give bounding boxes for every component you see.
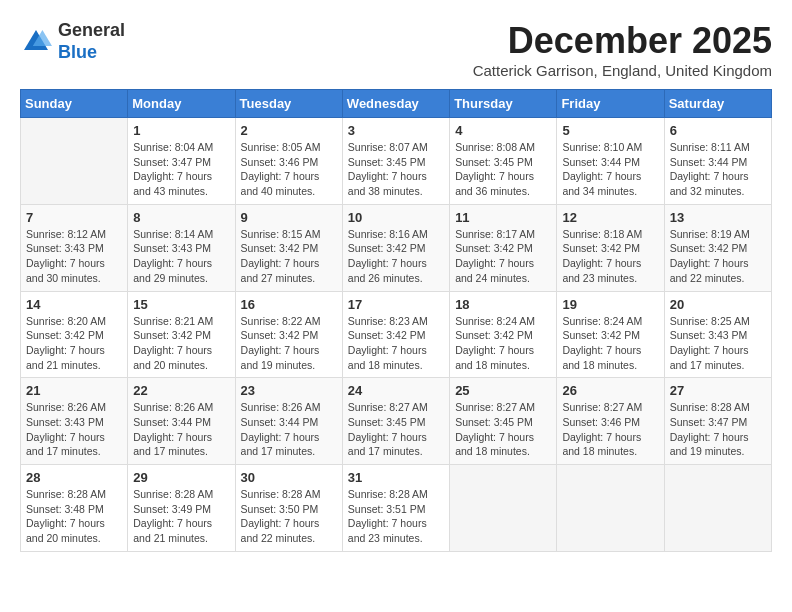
day-info: Sunrise: 8:22 AMSunset: 3:42 PMDaylight:… [241,314,337,373]
day-info: Sunrise: 8:27 AMSunset: 3:46 PMDaylight:… [562,400,658,459]
day-number: 29 [133,470,229,485]
day-info: Sunrise: 8:10 AMSunset: 3:44 PMDaylight:… [562,140,658,199]
day-number: 1 [133,123,229,138]
day-number: 21 [26,383,122,398]
day-number: 12 [562,210,658,225]
calendar-cell: 28Sunrise: 8:28 AMSunset: 3:48 PMDayligh… [21,465,128,552]
day-info: Sunrise: 8:28 AMSunset: 3:47 PMDaylight:… [670,400,766,459]
calendar-cell: 23Sunrise: 8:26 AMSunset: 3:44 PMDayligh… [235,378,342,465]
day-number: 27 [670,383,766,398]
calendar-cell: 10Sunrise: 8:16 AMSunset: 3:42 PMDayligh… [342,204,449,291]
calendar-header-row: SundayMondayTuesdayWednesdayThursdayFrid… [21,90,772,118]
day-number: 11 [455,210,551,225]
day-number: 30 [241,470,337,485]
day-info: Sunrise: 8:26 AMSunset: 3:44 PMDaylight:… [133,400,229,459]
calendar-cell: 7Sunrise: 8:12 AMSunset: 3:43 PMDaylight… [21,204,128,291]
weekday-header: Monday [128,90,235,118]
day-info: Sunrise: 8:24 AMSunset: 3:42 PMDaylight:… [455,314,551,373]
calendar-week-row: 7Sunrise: 8:12 AMSunset: 3:43 PMDaylight… [21,204,772,291]
calendar-cell [664,465,771,552]
day-info: Sunrise: 8:04 AMSunset: 3:47 PMDaylight:… [133,140,229,199]
title-block: December 2025 Catterick Garrison, Englan… [473,20,772,79]
calendar-cell: 22Sunrise: 8:26 AMSunset: 3:44 PMDayligh… [128,378,235,465]
day-number: 19 [562,297,658,312]
day-info: Sunrise: 8:25 AMSunset: 3:43 PMDaylight:… [670,314,766,373]
calendar-cell [450,465,557,552]
day-info: Sunrise: 8:28 AMSunset: 3:51 PMDaylight:… [348,487,444,546]
calendar-cell: 17Sunrise: 8:23 AMSunset: 3:42 PMDayligh… [342,291,449,378]
calendar-cell: 31Sunrise: 8:28 AMSunset: 3:51 PMDayligh… [342,465,449,552]
logo-blue: Blue [58,42,97,62]
day-info: Sunrise: 8:14 AMSunset: 3:43 PMDaylight:… [133,227,229,286]
day-info: Sunrise: 8:24 AMSunset: 3:42 PMDaylight:… [562,314,658,373]
day-number: 8 [133,210,229,225]
calendar-week-row: 21Sunrise: 8:26 AMSunset: 3:43 PMDayligh… [21,378,772,465]
weekday-header: Friday [557,90,664,118]
calendar-cell: 19Sunrise: 8:24 AMSunset: 3:42 PMDayligh… [557,291,664,378]
day-info: Sunrise: 8:16 AMSunset: 3:42 PMDaylight:… [348,227,444,286]
calendar-cell [557,465,664,552]
day-number: 25 [455,383,551,398]
location-subtitle: Catterick Garrison, England, United King… [473,62,772,79]
calendar-cell: 26Sunrise: 8:27 AMSunset: 3:46 PMDayligh… [557,378,664,465]
calendar-week-row: 1Sunrise: 8:04 AMSunset: 3:47 PMDaylight… [21,118,772,205]
weekday-header: Sunday [21,90,128,118]
month-title: December 2025 [473,20,772,62]
day-info: Sunrise: 8:05 AMSunset: 3:46 PMDaylight:… [241,140,337,199]
calendar-cell: 27Sunrise: 8:28 AMSunset: 3:47 PMDayligh… [664,378,771,465]
calendar-cell: 30Sunrise: 8:28 AMSunset: 3:50 PMDayligh… [235,465,342,552]
day-number: 10 [348,210,444,225]
day-number: 9 [241,210,337,225]
calendar-cell: 16Sunrise: 8:22 AMSunset: 3:42 PMDayligh… [235,291,342,378]
day-number: 17 [348,297,444,312]
day-number: 13 [670,210,766,225]
day-info: Sunrise: 8:17 AMSunset: 3:42 PMDaylight:… [455,227,551,286]
day-info: Sunrise: 8:07 AMSunset: 3:45 PMDaylight:… [348,140,444,199]
calendar-cell: 18Sunrise: 8:24 AMSunset: 3:42 PMDayligh… [450,291,557,378]
calendar-cell: 8Sunrise: 8:14 AMSunset: 3:43 PMDaylight… [128,204,235,291]
day-info: Sunrise: 8:27 AMSunset: 3:45 PMDaylight:… [348,400,444,459]
day-number: 24 [348,383,444,398]
calendar-cell: 12Sunrise: 8:18 AMSunset: 3:42 PMDayligh… [557,204,664,291]
day-number: 4 [455,123,551,138]
day-number: 20 [670,297,766,312]
weekday-header: Tuesday [235,90,342,118]
calendar-week-row: 14Sunrise: 8:20 AMSunset: 3:42 PMDayligh… [21,291,772,378]
calendar-cell: 14Sunrise: 8:20 AMSunset: 3:42 PMDayligh… [21,291,128,378]
calendar-table: SundayMondayTuesdayWednesdayThursdayFrid… [20,89,772,552]
calendar-cell: 20Sunrise: 8:25 AMSunset: 3:43 PMDayligh… [664,291,771,378]
calendar-cell: 29Sunrise: 8:28 AMSunset: 3:49 PMDayligh… [128,465,235,552]
day-number: 2 [241,123,337,138]
day-number: 3 [348,123,444,138]
day-number: 5 [562,123,658,138]
day-number: 28 [26,470,122,485]
day-info: Sunrise: 8:28 AMSunset: 3:49 PMDaylight:… [133,487,229,546]
calendar-week-row: 28Sunrise: 8:28 AMSunset: 3:48 PMDayligh… [21,465,772,552]
logo: General Blue [20,20,125,63]
calendar-cell: 24Sunrise: 8:27 AMSunset: 3:45 PMDayligh… [342,378,449,465]
calendar-cell: 4Sunrise: 8:08 AMSunset: 3:45 PMDaylight… [450,118,557,205]
calendar-cell: 9Sunrise: 8:15 AMSunset: 3:42 PMDaylight… [235,204,342,291]
calendar-cell: 11Sunrise: 8:17 AMSunset: 3:42 PMDayligh… [450,204,557,291]
logo-general: General [58,20,125,40]
day-info: Sunrise: 8:15 AMSunset: 3:42 PMDaylight:… [241,227,337,286]
calendar-cell: 3Sunrise: 8:07 AMSunset: 3:45 PMDaylight… [342,118,449,205]
day-number: 18 [455,297,551,312]
day-number: 7 [26,210,122,225]
day-info: Sunrise: 8:23 AMSunset: 3:42 PMDaylight:… [348,314,444,373]
page-header: General Blue December 2025 Catterick Gar… [20,20,772,79]
day-info: Sunrise: 8:26 AMSunset: 3:43 PMDaylight:… [26,400,122,459]
calendar-cell [21,118,128,205]
day-info: Sunrise: 8:18 AMSunset: 3:42 PMDaylight:… [562,227,658,286]
logo-icon [20,26,52,58]
calendar-cell: 5Sunrise: 8:10 AMSunset: 3:44 PMDaylight… [557,118,664,205]
day-number: 16 [241,297,337,312]
day-number: 31 [348,470,444,485]
calendar-cell: 2Sunrise: 8:05 AMSunset: 3:46 PMDaylight… [235,118,342,205]
calendar-cell: 13Sunrise: 8:19 AMSunset: 3:42 PMDayligh… [664,204,771,291]
calendar-cell: 25Sunrise: 8:27 AMSunset: 3:45 PMDayligh… [450,378,557,465]
day-number: 23 [241,383,337,398]
day-info: Sunrise: 8:12 AMSunset: 3:43 PMDaylight:… [26,227,122,286]
day-info: Sunrise: 8:21 AMSunset: 3:42 PMDaylight:… [133,314,229,373]
day-info: Sunrise: 8:08 AMSunset: 3:45 PMDaylight:… [455,140,551,199]
